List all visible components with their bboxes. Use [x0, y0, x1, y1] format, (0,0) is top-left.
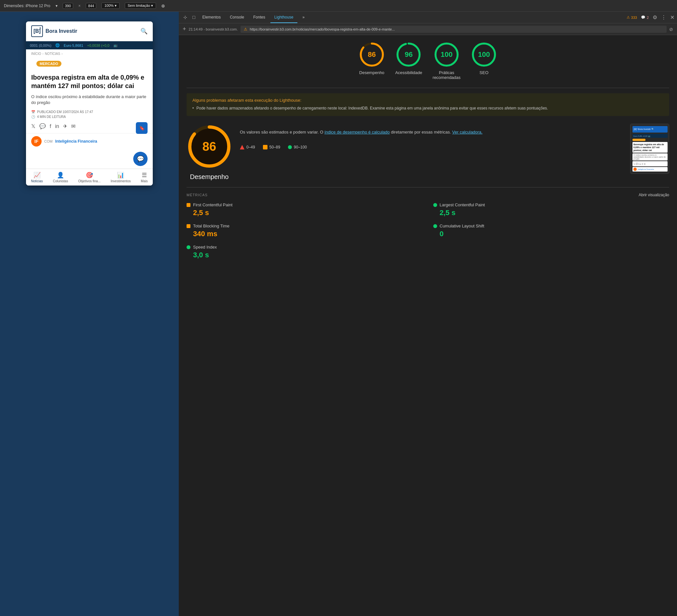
perf-description: Os valores são estimados e podem variar.…	[240, 129, 622, 136]
colunistas-icon: 👤	[57, 172, 64, 179]
partner-icon: IF	[31, 136, 42, 146]
bookmark-button[interactable]: 🔖	[136, 122, 147, 134]
score-item-acessibilidade: 96 Acessibilidade	[395, 42, 422, 80]
whatsapp-icon[interactable]: 💬	[39, 123, 46, 129]
category-badge[interactable]: MERCADO	[36, 61, 61, 66]
score-label-acessibilidade: Acessibilidade	[395, 70, 422, 75]
zoom-control[interactable]: 100% ▾	[101, 3, 119, 9]
score-label-seo: SEO	[480, 70, 488, 75]
screenshot-ticker: Euro 5,86 +0,00 📺	[632, 134, 668, 138]
gear-icon[interactable]: ⚙	[652, 14, 657, 20]
warning-bullet: •	[192, 105, 194, 111]
metric-header-tbt: Total Blocking Time	[187, 224, 423, 228]
nav-item-noticias[interactable]: 📈 Notícias	[31, 172, 43, 183]
legend-item-red: 0–49	[240, 145, 255, 149]
tab-screen-icon[interactable]: □	[190, 12, 197, 23]
nav-item-investimentos[interactable]: 📊 Investimentos	[111, 172, 131, 183]
warning-badge[interactable]: ⚠ 333	[627, 15, 637, 19]
perf-center-col: 86 Desempenho	[187, 124, 232, 181]
mobile-header: [B] 3 Bora Investir 🔍	[26, 21, 153, 41]
device-label[interactable]: Dimensões: iPhone 12 Pro	[4, 4, 50, 8]
mais-icon: ☰	[142, 172, 147, 179]
tab-elementos-label: Elementos	[202, 15, 221, 19]
legend-item-orange: 50–89	[263, 145, 280, 149]
height-value[interactable]: 844	[86, 3, 96, 9]
metrics-viz-link[interactable]: Abrir visualização	[639, 193, 669, 197]
metric-header-fcp: First Contentful Paint	[187, 202, 423, 207]
social-share: 𝕏 💬 f in ✈ ✉	[26, 121, 153, 132]
tab-fontes-label: Fontes	[253, 15, 265, 19]
bookmark-container: 🔖	[136, 122, 147, 134]
ticker-bar: 0001 (0,00%) 🌐 Euro 5,8681 +0,0038 (+0,0…	[26, 41, 153, 49]
rotate-icon[interactable]: ⊕	[161, 3, 165, 8]
linkedin-icon[interactable]: in	[55, 124, 59, 129]
legend-label-green: 90–100	[294, 145, 307, 149]
metric-value-cls: 0	[433, 230, 670, 238]
score-label-desempenho: Desempenho	[359, 70, 384, 75]
perf-right-content: Os valores são estimados e podem variar.…	[240, 124, 622, 155]
logo-sup: 3	[39, 27, 41, 30]
perf-screenshot: [B]³ Bora Investir 🔍 Euro 5,86 +0,00 📺 I…	[630, 124, 669, 174]
publish-date: PUBLICADO EM 10/07/2024 ÀS 17:47	[37, 110, 93, 114]
tab-console-label: Console	[230, 15, 244, 19]
add-panel-icon[interactable]: +	[183, 26, 186, 33]
nav-item-mais[interactable]: ☰ Mais	[141, 172, 147, 183]
legend-item-green: 90–100	[288, 145, 307, 149]
ellipsis-icon[interactable]: ⋮	[661, 14, 666, 20]
metric-value-fcp: 2,5 s	[187, 208, 423, 217]
telegram-icon[interactable]: ✈	[63, 123, 67, 129]
tab-elementos[interactable]: Elementos	[198, 12, 225, 23]
partner-prefix: COM	[44, 139, 53, 143]
screenshot-social: 𝕏 💬 f in ✈ ✉	[632, 161, 668, 167]
legend-label-orange: 50–89	[269, 145, 280, 149]
score-num-desempenho: 86	[368, 50, 376, 59]
twitter-icon[interactable]: 𝕏	[31, 123, 35, 129]
breadcrumb-news[interactable]: NOTÍCIAS	[45, 52, 60, 55]
tab-lighthouse[interactable]: Lighthouse	[270, 12, 298, 23]
tab-console[interactable]: Console	[226, 12, 248, 23]
metric-item-tbt: Total Blocking Time 340 ms	[187, 224, 423, 238]
stop-icon[interactable]: ⊘	[669, 27, 673, 32]
nav-item-colunistas[interactable]: 👤 Colunistas	[53, 172, 68, 183]
dimension-x: ×	[78, 4, 81, 8]
breadcrumb-home[interactable]: INÍCIO	[31, 52, 41, 55]
nav-item-objetivos[interactable]: 🎯 Objetivos fina...	[78, 172, 101, 183]
score-label-praticas: Práticasrecomendadas	[433, 70, 460, 80]
tab-more[interactable]: »	[299, 12, 309, 23]
search-icon[interactable]: 🔍	[140, 28, 147, 35]
mobile-panel: [B] 3 Bora Investir 🔍 0001 (0,00%) 🌐 Eur…	[0, 12, 179, 616]
mobile-frame: [B] 3 Bora Investir 🔍 0001 (0,00%) 🌐 Eur…	[26, 21, 153, 186]
metric-dot-lcp	[433, 203, 437, 207]
url-bar[interactable]: ⚠ https://borainvestir.b3.com.br/noticia…	[240, 26, 667, 33]
devtools-panel: ⊹ □ Elementos Console Fontes Lighthouse …	[179, 12, 677, 616]
partner-link[interactable]: Inteligência Financeira	[55, 139, 97, 144]
chevron-down-icon[interactable]: ▾	[55, 4, 57, 8]
email-icon[interactable]: ✉	[71, 123, 76, 129]
close-icon[interactable]: ✕	[670, 14, 674, 20]
metric-value-si: 3,0 s	[187, 251, 423, 259]
warning-triangle-icon: ⚠	[627, 15, 630, 19]
perf-top-row: 86 Desempenho Os valores são estimados e…	[187, 124, 669, 181]
chat-fab-button[interactable]: 💬	[133, 152, 147, 166]
metric-item-si: Speed Index 3,0 s	[187, 245, 423, 259]
screenshot-content: [B]³ Bora Investir 🔍 Euro 5,86 +0,00 📺 I…	[631, 124, 669, 174]
perf-view-calc-link[interactable]: Ver calculadora.	[452, 130, 482, 135]
perf-calc-link[interactable]: índice de desempenho é calculado	[324, 130, 390, 135]
metrics-grid: First Contentful Paint 2,5 s Largest Con…	[187, 202, 669, 259]
metric-item-cls: Cumulative Layout Shift 0	[433, 224, 670, 238]
facebook-icon[interactable]: f	[50, 124, 51, 129]
partner-row: IF COM Inteligência Financeira	[26, 133, 153, 149]
width-value[interactable]: 390	[63, 3, 73, 9]
throttle-control[interactable]: Sem limitação ▾	[125, 3, 156, 9]
lighthouse-content[interactable]: 86 Desempenho 96 Acessibilidade	[179, 35, 677, 616]
read-time-row: 🕐 4 MIN DE LEITURA	[31, 115, 147, 119]
article-subtitle: O índice oscilou próximo à estabilidade …	[26, 93, 153, 108]
nav-label-colunistas: Colunistas	[53, 179, 68, 183]
error-badge[interactable]: 💬 2	[641, 15, 649, 19]
warning-box-title: Alguns problemas afetaram esta execução …	[192, 98, 663, 103]
screenshot-logo: [B]³ Bora Investir 🔍	[634, 128, 654, 131]
tab-fontes[interactable]: Fontes	[249, 12, 269, 23]
mobile-logo: [B] 3 Bora Investir	[31, 25, 77, 37]
euro-value: Euro 5,8681	[64, 44, 83, 47]
tab-cursor-icon[interactable]: ⊹	[181, 12, 189, 23]
